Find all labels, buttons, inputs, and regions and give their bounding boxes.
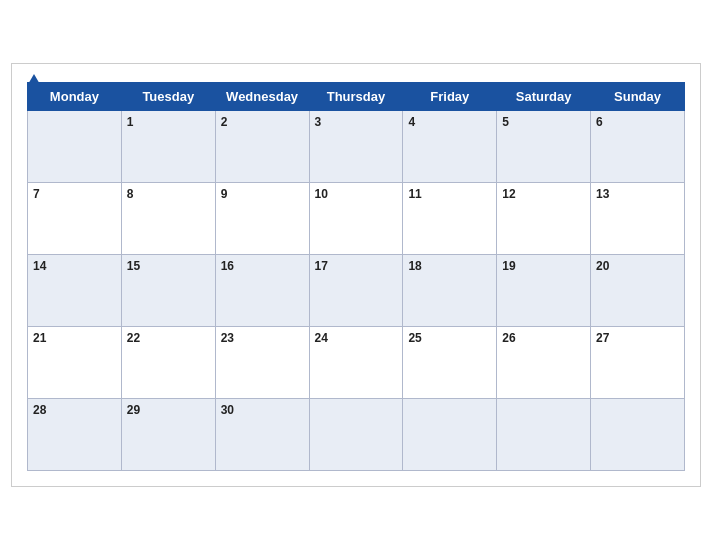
- day-number: 21: [33, 331, 46, 345]
- day-number: 8: [127, 187, 134, 201]
- day-number: 6: [596, 115, 603, 129]
- day-number: 23: [221, 331, 234, 345]
- week-row-1: 123456: [28, 111, 685, 183]
- day-header-friday: Friday: [403, 83, 497, 111]
- calendar-cell: 23: [215, 327, 309, 399]
- week-row-3: 14151617181920: [28, 255, 685, 327]
- day-number: 1: [127, 115, 134, 129]
- day-number: 22: [127, 331, 140, 345]
- calendar-cell: [403, 399, 497, 471]
- day-number: 29: [127, 403, 140, 417]
- calendar-cell: 4: [403, 111, 497, 183]
- day-number: 20: [596, 259, 609, 273]
- day-header-monday: Monday: [28, 83, 122, 111]
- calendar-cell: 7: [28, 183, 122, 255]
- calendar-cell: 5: [497, 111, 591, 183]
- calendar-cell: 14: [28, 255, 122, 327]
- day-number: 15: [127, 259, 140, 273]
- calendar-cell: 6: [591, 111, 685, 183]
- calendar-cell: 12: [497, 183, 591, 255]
- day-number: 27: [596, 331, 609, 345]
- calendar-cell: 8: [121, 183, 215, 255]
- day-number: 4: [408, 115, 415, 129]
- calendar-cell: 22: [121, 327, 215, 399]
- day-number: 3: [315, 115, 322, 129]
- day-number: 26: [502, 331, 515, 345]
- day-number: 17: [315, 259, 328, 273]
- day-number: 14: [33, 259, 46, 273]
- logo: [27, 74, 43, 86]
- calendar-cell: 9: [215, 183, 309, 255]
- calendar-cell: 18: [403, 255, 497, 327]
- day-number: 16: [221, 259, 234, 273]
- calendar-cell: 1: [121, 111, 215, 183]
- calendar-cell: 3: [309, 111, 403, 183]
- calendar-cell: 25: [403, 327, 497, 399]
- day-number: 7: [33, 187, 40, 201]
- day-number: 12: [502, 187, 515, 201]
- calendar-cell: 15: [121, 255, 215, 327]
- day-number: 9: [221, 187, 228, 201]
- day-number: 13: [596, 187, 609, 201]
- calendar-cell: 17: [309, 255, 403, 327]
- calendar-cell: 24: [309, 327, 403, 399]
- calendar-cell: [497, 399, 591, 471]
- calendar-cell: 29: [121, 399, 215, 471]
- day-number: 18: [408, 259, 421, 273]
- day-number: 30: [221, 403, 234, 417]
- calendar-cell: 21: [28, 327, 122, 399]
- day-header-saturday: Saturday: [497, 83, 591, 111]
- calendar-cell: 2: [215, 111, 309, 183]
- day-header-sunday: Sunday: [591, 83, 685, 111]
- day-number: 28: [33, 403, 46, 417]
- day-number: 25: [408, 331, 421, 345]
- day-number: 5: [502, 115, 509, 129]
- calendar-cell: [591, 399, 685, 471]
- day-number: 11: [408, 187, 421, 201]
- day-number: 2: [221, 115, 228, 129]
- logo-blue-text: [27, 74, 43, 86]
- calendar-cell: 13: [591, 183, 685, 255]
- calendar-cell: 20: [591, 255, 685, 327]
- week-row-4: 21222324252627: [28, 327, 685, 399]
- calendar-cell: 30: [215, 399, 309, 471]
- day-header-tuesday: Tuesday: [121, 83, 215, 111]
- calendar-cell: 10: [309, 183, 403, 255]
- calendar-cell: 11: [403, 183, 497, 255]
- day-header-thursday: Thursday: [309, 83, 403, 111]
- calendar-cell: 26: [497, 327, 591, 399]
- calendar-table: MondayTuesdayWednesdayThursdayFridaySatu…: [27, 82, 685, 471]
- calendar-cell: 16: [215, 255, 309, 327]
- day-header-wednesday: Wednesday: [215, 83, 309, 111]
- calendar-cell: 27: [591, 327, 685, 399]
- logo-triangle-icon: [27, 74, 41, 86]
- days-header-row: MondayTuesdayWednesdayThursdayFridaySatu…: [28, 83, 685, 111]
- week-row-5: 282930: [28, 399, 685, 471]
- calendar-cell: [28, 111, 122, 183]
- calendar-cell: 28: [28, 399, 122, 471]
- week-row-2: 78910111213: [28, 183, 685, 255]
- calendar-cell: 19: [497, 255, 591, 327]
- day-number: 24: [315, 331, 328, 345]
- calendar-cell: [309, 399, 403, 471]
- day-number: 19: [502, 259, 515, 273]
- calendar-container: MondayTuesdayWednesdayThursdayFridaySatu…: [11, 63, 701, 487]
- day-number: 10: [315, 187, 328, 201]
